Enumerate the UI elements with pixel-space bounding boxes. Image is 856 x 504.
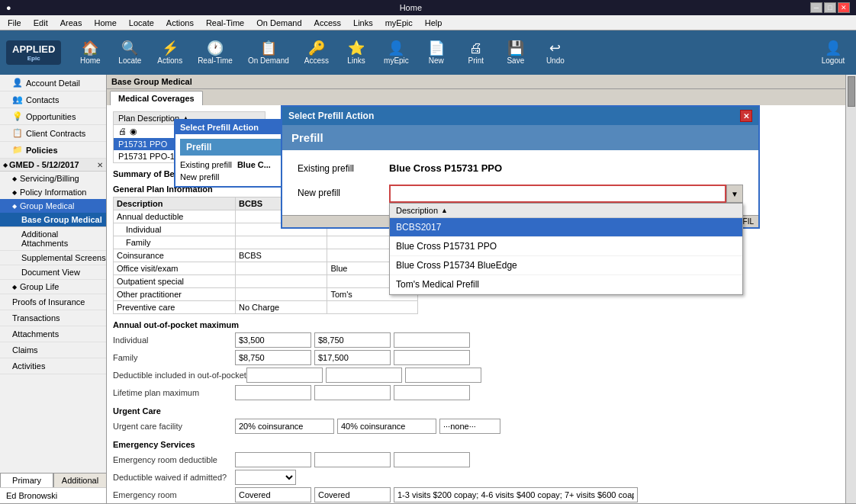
oop-family-col1[interactable] [235,350,311,365]
urgent-facility-label: Urgent care facility [113,422,235,431]
er-waived-select[interactable] [235,470,296,485]
menu-edit[interactable]: Edit [29,17,53,29]
toolbar-save-button[interactable]: 💾 Save [499,38,533,68]
toolbar-locate-button[interactable]: 🔍 Locate [113,38,146,68]
er-room-col3[interactable] [394,487,638,502]
benefit-col1-preventive[interactable] [239,303,323,312]
benefit-col1-coinsurance[interactable] [239,251,323,260]
sidebar-group-life[interactable]: ◆ Group Life [0,280,106,294]
gmed-section[interactable]: ◆ GMED - 5/12/2017 ✕ [0,159,106,172]
sidebar-supplemental-screens[interactable]: Supplemental Screens [0,251,106,265]
menu-home[interactable]: Home [89,17,121,29]
menu-ondemand[interactable]: On Demand [252,17,306,29]
er-room-col1[interactable] [235,487,311,502]
emergency-title: Emergency Services [113,440,850,449]
sidebar-item-policies[interactable]: 📁 Policies [0,142,106,159]
urgent-facility-col2[interactable] [337,419,436,434]
sidebar-base-group-medical[interactable]: Base Group Medical [0,213,106,227]
menu-myepic[interactable]: myEpic [381,17,417,29]
dropdown-item-toms[interactable]: Tom's Medical Prefill [390,275,742,294]
toolbar-links-button[interactable]: ⭐ Links [340,38,373,68]
scrollbar-vertical[interactable] [845,75,856,503]
er-deductible-col3[interactable] [394,452,470,467]
dropdown-arrow-button[interactable]: ▼ [726,185,743,203]
toolbar-new-button[interactable]: 📄 New [420,38,453,68]
oop-family-col3[interactable] [394,350,470,365]
tab-primary[interactable]: Primary [0,473,53,487]
dropdown-header-label: Description [396,206,438,215]
close-button[interactable]: ✕ [838,2,850,13]
oop-family-col2[interactable] [314,350,391,365]
sidebar-activities[interactable]: Activities [0,358,106,374]
sidebar-activities-label: Activities [12,361,45,371]
benefit-col1-other[interactable] [239,290,323,299]
menu-areas[interactable]: Areas [56,17,87,29]
toolbar-actions-button[interactable]: ⚡ Actions [153,38,187,68]
oop-lifetime-col3[interactable] [394,385,470,400]
sidebar-group-life-label: Group Life [20,282,59,291]
toolbar-access-button[interactable]: 🔑 Access [300,38,333,68]
menu-realtime[interactable]: Real-Time [201,17,249,29]
toolbar-home-button[interactable]: 🏠 Home [73,38,107,68]
toolbar-myepic-button[interactable]: 👤 myEpic [379,38,414,68]
menu-links[interactable]: Links [349,17,378,29]
sidebar-proofs[interactable]: Proofs of Insurance [0,294,106,310]
oop-family-row: Family [113,350,850,365]
dropdown-item-blue-cross-ppo[interactable]: Blue Cross P15731 PPO [390,237,742,256]
sidebar-transactions[interactable]: Transactions [0,310,106,326]
dropdown-item-blue-cross-blueedge[interactable]: Blue Cross P15734 BlueEdge [390,256,742,275]
oop-deductible-col1[interactable] [246,368,323,383]
oop-individual-col3[interactable] [394,332,470,348]
sidebar-claims[interactable]: Claims [0,342,106,358]
benefit-col1-outpatient[interactable] [239,277,323,286]
sidebar-document-view[interactable]: Document View [0,265,106,280]
benefit-col1-family[interactable] [239,238,323,247]
sidebar-attachments[interactable]: Attachments [0,326,106,342]
menu-actions[interactable]: Actions [162,17,198,29]
plan-print-icon[interactable]: 🖨 [118,127,127,136]
oop-individual-col2[interactable] [314,332,391,348]
menu-access[interactable]: Access [310,17,346,29]
menu-file[interactable]: File [3,17,26,29]
sidebar-group-medical[interactable]: ◆ Group Medical [0,199,106,213]
gmed-close-btn[interactable]: ✕ [97,161,103,169]
oop-lifetime-col1[interactable] [235,385,311,400]
er-deductible-col2[interactable] [314,452,391,467]
tab-medical-coverages[interactable]: Medical Coverages [110,91,203,105]
oop-deductible-col3[interactable] [405,368,481,383]
sidebar-policy-information[interactable]: ◆ Policy Information [0,185,106,199]
tab-additional[interactable]: Additional [53,473,107,487]
benefit-col2-preventive[interactable] [330,303,414,312]
dialog-close-button[interactable]: ✕ [740,110,752,122]
maximize-button[interactable]: □ [824,2,836,13]
urgent-facility-col1[interactable] [235,419,334,434]
toolbar-logout-button[interactable]: 👤 Logout [816,38,850,68]
realtime-icon: 🕐 [207,41,224,55]
toolbar-realtime-button[interactable]: 🕐 Real-Time [193,38,237,68]
scrollbar-thumb[interactable] [848,76,855,107]
urgent-facility-col3[interactable] [439,419,500,434]
er-room-col2[interactable] [314,487,391,502]
menu-locate[interactable]: Locate [124,17,159,29]
sidebar-servicing-billing[interactable]: ◆ Servicing/Billing [0,172,106,185]
sidebar-item-contacts[interactable]: 👥 Contacts [0,91,106,108]
menu-help[interactable]: Help [420,17,447,29]
sidebar-item-opportunities[interactable]: 💡 Opportunities [0,108,106,125]
minimize-button[interactable]: ─ [810,2,822,13]
er-deductible-col1[interactable] [235,452,311,467]
dropdown-item-bcbs2017[interactable]: BCBS2017 [390,218,742,237]
benefit-col1-office[interactable] [239,264,323,273]
benefit-label-family: Family [114,236,236,249]
new-prefill-input[interactable] [389,185,726,203]
sidebar-additional-attachments[interactable]: Additional Attachments [0,227,106,251]
sidebar-item-account-detail[interactable]: 👤 Account Detail [0,75,106,91]
sidebar-item-client-contracts[interactable]: 📋 Client Contracts [0,125,106,142]
oop-lifetime-col2[interactable] [314,385,391,400]
oop-deductible-col2[interactable] [326,368,402,383]
toolbar-ondemand-button[interactable]: 📋 On Demand [243,38,294,68]
sidebar-supplemental-label: Supplemental Screens [21,253,106,262]
oop-individual-col1[interactable] [235,332,311,348]
toolbar-print-button[interactable]: 🖨 Print [459,38,493,68]
toolbar-undo-button[interactable]: ↩ Undo [539,38,572,68]
plan-add-icon[interactable]: ◉ [130,127,137,136]
